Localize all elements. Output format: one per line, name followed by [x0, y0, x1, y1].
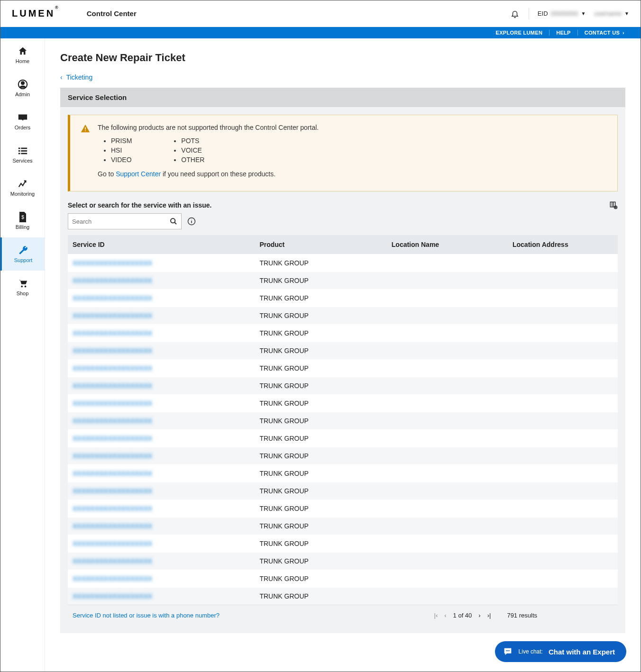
cell-product: TRUNK GROUP — [255, 570, 386, 588]
table-row[interactable]: XXXXXXXXXXXXXXXXXXTRUNK GROUP — [68, 447, 618, 465]
user-name: username — [594, 10, 622, 17]
table-row[interactable]: XXXXXXXXXXXXXXXXXXTRUNK GROUP — [68, 430, 618, 447]
nav-monitoring[interactable]: Monitoring — [0, 171, 45, 204]
service-id-link[interactable]: XXXXXXXXXXXXXXXXXX — [73, 277, 152, 284]
service-id-link[interactable]: XXXXXXXXXXXXXXXXXX — [73, 294, 152, 302]
table-row[interactable]: XXXXXXXXXXXXXXXXXXTRUNK GROUP — [68, 412, 618, 430]
cell-product: TRUNK GROUP — [255, 447, 386, 465]
cell-location-address — [508, 395, 618, 412]
table-row[interactable]: XXXXXXXXXXXXXXXXXXTRUNK GROUP — [68, 325, 618, 342]
chat-button[interactable]: Live chat: Chat with an Expert — [495, 641, 626, 662]
alert-item: VIDEO — [111, 155, 132, 164]
service-id-link[interactable]: XXXXXXXXXXXXXXXXXX — [73, 540, 152, 547]
link-help[interactable]: HELP — [549, 30, 577, 36]
search-input[interactable] — [72, 218, 170, 225]
table-row[interactable]: XXXXXXXXXXXXXXXXXXTRUNK GROUP — [68, 307, 618, 325]
table-row[interactable]: XXXXXXXXXXXXXXXXXXTRUNK GROUP — [68, 342, 618, 360]
nav-home[interactable]: Home — [0, 38, 45, 72]
nav-services[interactable]: Services — [0, 138, 45, 171]
service-not-listed-link[interactable]: Service ID not listed or issue is with a… — [73, 612, 220, 619]
col-location-address[interactable]: Location Address — [508, 235, 618, 254]
table-row[interactable]: XXXXXXXXXXXXXXXXXXTRUNK GROUP — [68, 254, 618, 272]
link-contact[interactable]: CONTACT US › — [577, 30, 631, 36]
table-row[interactable]: XXXXXXXXXXXXXXXXXXTRUNK GROUP — [68, 500, 618, 518]
table-row[interactable]: XXXXXXXXXXXXXXXXXXTRUNK GROUP — [68, 482, 618, 500]
cell-location-name — [387, 535, 508, 553]
eid-dropdown[interactable]: EID 00000000 ▼ — [538, 10, 586, 17]
table-row[interactable]: XXXXXXXXXXXXXXXXXXTRUNK GROUP — [68, 588, 618, 605]
table-row[interactable]: XXXXXXXXXXXXXXXXXXTRUNK GROUP — [68, 535, 618, 553]
user-dropdown[interactable]: username ▼ — [594, 10, 629, 17]
alert-footer-pre: Go to — [98, 170, 116, 178]
table-row[interactable]: XXXXXXXXXXXXXXXXXXTRUNK GROUP — [68, 272, 618, 290]
table-row[interactable]: XXXXXXXXXXXXXXXXXXTRUNK GROUP — [68, 518, 618, 535]
table-row[interactable]: XXXXXXXXXXXXXXXXXXTRUNK GROUP — [68, 377, 618, 395]
page-prev-icon[interactable]: ‹ — [444, 612, 446, 619]
service-id-link[interactable]: XXXXXXXXXXXXXXXXXX — [73, 505, 152, 512]
search-icon[interactable] — [170, 218, 177, 225]
cell-location-address — [508, 307, 618, 325]
service-id-link[interactable]: XXXXXXXXXXXXXXXXXX — [73, 329, 152, 337]
column-settings-icon[interactable] — [609, 201, 618, 209]
nav-admin[interactable]: Admin — [0, 72, 45, 105]
col-product[interactable]: Product — [255, 235, 386, 254]
service-id-link[interactable]: XXXXXXXXXXXXXXXXXX — [73, 382, 152, 390]
inbox-icon — [18, 112, 28, 123]
page-next-icon[interactable]: › — [478, 612, 480, 619]
table-row[interactable]: XXXXXXXXXXXXXXXXXXTRUNK GROUP — [68, 360, 618, 377]
alert-item: OTHER — [181, 155, 204, 164]
info-icon[interactable] — [187, 217, 196, 226]
alert-item: HSI — [111, 145, 132, 155]
col-service-id[interactable]: Service ID — [68, 235, 255, 254]
nav-billing-label: Billing — [16, 224, 29, 230]
page-first-icon[interactable]: |‹ — [434, 612, 438, 619]
list-icon — [18, 145, 28, 156]
bell-icon[interactable] — [510, 9, 520, 19]
cell-product: TRUNK GROUP — [255, 360, 386, 377]
service-id-link[interactable]: XXXXXXXXXXXXXXXXXX — [73, 487, 152, 495]
service-id-link[interactable]: XXXXXXXXXXXXXXXXXX — [73, 452, 152, 460]
service-id-link[interactable]: XXXXXXXXXXXXXXXXXX — [73, 417, 152, 425]
nav-support[interactable]: Support — [0, 237, 45, 271]
table-row[interactable]: XXXXXXXXXXXXXXXXXXTRUNK GROUP — [68, 570, 618, 588]
nav-support-label: Support — [14, 257, 33, 263]
svg-point-15 — [171, 218, 175, 223]
cell-location-address — [508, 325, 618, 342]
topbar-right: EID 00000000 ▼ username ▼ — [510, 8, 629, 19]
cell-location-name — [387, 553, 508, 570]
service-id-link[interactable]: XXXXXXXXXXXXXXXXXX — [73, 557, 152, 565]
link-explore[interactable]: EXPLORE LUMEN — [489, 30, 549, 36]
service-id-link[interactable]: XXXXXXXXXXXXXXXXXX — [73, 400, 152, 407]
breadcrumb-back[interactable]: ‹ Ticketing — [60, 73, 625, 81]
cell-product: TRUNK GROUP — [255, 254, 386, 272]
chevron-down-icon: ▼ — [624, 11, 629, 16]
col-location-name[interactable]: Location Name — [387, 235, 508, 254]
service-id-link[interactable]: XXXXXXXXXXXXXXXXXX — [73, 259, 152, 267]
support-center-link[interactable]: Support Center — [116, 170, 161, 178]
results-count: 791 results — [507, 612, 537, 619]
cell-product: TRUNK GROUP — [255, 500, 386, 518]
service-id-link[interactable]: XXXXXXXXXXXXXXXXXX — [73, 575, 152, 582]
service-id-link[interactable]: XXXXXXXXXXXXXXXXXX — [73, 364, 152, 372]
cell-location-name — [387, 290, 508, 307]
service-id-link[interactable]: XXXXXXXXXXXXXXXXXX — [73, 470, 152, 477]
table-row[interactable]: XXXXXXXXXXXXXXXXXXTRUNK GROUP — [68, 465, 618, 482]
nav-billing[interactable]: $ Billing — [0, 204, 45, 237]
page-last-icon[interactable]: ›| — [487, 612, 491, 619]
cell-location-name — [387, 482, 508, 500]
table-row[interactable]: XXXXXXXXXXXXXXXXXXTRUNK GROUP — [68, 553, 618, 570]
nav-shop[interactable]: Shop — [0, 271, 45, 304]
chevron-down-icon: ▼ — [581, 11, 586, 16]
service-id-link[interactable]: XXXXXXXXXXXXXXXXXX — [73, 522, 152, 530]
home-icon — [18, 46, 28, 56]
table-row[interactable]: XXXXXXXXXXXXXXXXXXTRUNK GROUP — [68, 290, 618, 307]
service-id-link[interactable]: XXXXXXXXXXXXXXXXXX — [73, 347, 152, 354]
service-id-link[interactable]: XXXXXXXXXXXXXXXXXX — [73, 592, 152, 600]
service-id-link[interactable]: XXXXXXXXXXXXXXXXXX — [73, 312, 152, 319]
nav-shop-label: Shop — [17, 291, 29, 296]
cell-location-address — [508, 254, 618, 272]
table-row[interactable]: XXXXXXXXXXXXXXXXXXTRUNK GROUP — [68, 395, 618, 412]
svg-point-10 — [24, 286, 26, 288]
service-id-link[interactable]: XXXXXXXXXXXXXXXXXX — [73, 435, 152, 442]
nav-orders[interactable]: Orders — [0, 105, 45, 138]
